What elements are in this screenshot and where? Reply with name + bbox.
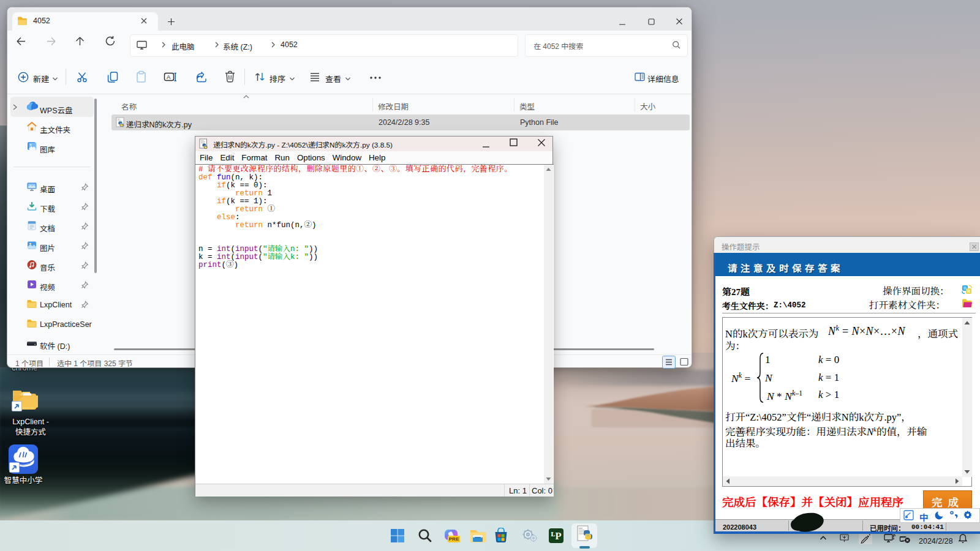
svg-text:A: A <box>167 73 171 80</box>
svg-text:ᴸP: ᴸP <box>551 530 561 542</box>
